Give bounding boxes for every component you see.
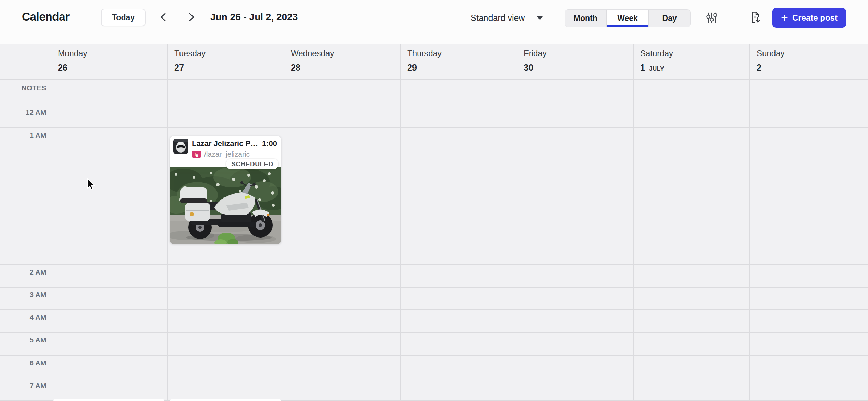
prev-chevron-icon: [157, 10, 171, 24]
calendar-cell-saturday[interactable]: [633, 288, 749, 309]
calendar-cell-tuesday[interactable]: [167, 333, 284, 355]
calendar-cell-tuesday[interactable]: [167, 80, 284, 105]
calendar-cell-tuesday[interactable]: [167, 265, 284, 287]
calendar-cell-friday[interactable]: [517, 288, 633, 309]
calendar-cell-thursday[interactable]: [400, 288, 517, 309]
hour-row-1am: 1 AM: [0, 127, 868, 264]
month-label: JULY: [649, 65, 664, 72]
hour-row-6am: 6 AM: [0, 355, 868, 378]
next-week-button[interactable]: [184, 10, 198, 24]
calendar-cell-monday[interactable]: [51, 288, 167, 309]
calendar-cell-saturday[interactable]: [633, 265, 749, 287]
calendar-cell-wednesday[interactable]: [284, 356, 400, 378]
tab-month[interactable]: Month: [565, 10, 606, 27]
calendar-cell-monday[interactable]: [51, 378, 167, 400]
export-posts-button[interactable]: [747, 9, 763, 26]
calendar-cell-wednesday[interactable]: [284, 80, 400, 105]
view-dropdown[interactable]: Standard view: [471, 13, 543, 23]
calendar-cell-thursday[interactable]: [400, 378, 517, 400]
time-label: 12 AM: [0, 105, 51, 127]
post-time: 1:00: [262, 139, 277, 148]
calendar-cell-monday[interactable]: [51, 105, 167, 127]
calendar-cell-saturday[interactable]: [633, 310, 749, 332]
instagram-icon: Ig: [192, 151, 201, 158]
calendar-cell-tuesday[interactable]: [167, 356, 284, 378]
calendar-cell-friday[interactable]: [517, 310, 633, 332]
calendar-cell-tuesday[interactable]: [167, 105, 284, 127]
day-number: 26: [58, 63, 67, 73]
calendar-cell-sunday[interactable]: [749, 378, 868, 400]
post-handle-row: Ig /lazar_jelizaric: [192, 150, 250, 158]
scheduled-post-card[interactable]: Lazar Jelizaric Pod… 1:00 Ig /lazar_jeli…: [170, 136, 281, 244]
calendar-cell-monday[interactable]: [51, 128, 167, 264]
day-name: Friday: [524, 49, 633, 58]
calendar-cell-friday[interactable]: [517, 80, 633, 105]
calendar-cell-friday[interactable]: [517, 128, 633, 264]
calendar-cell-thursday[interactable]: [400, 128, 517, 264]
chevron-down-icon: [537, 16, 543, 23]
calendar-cell-saturday[interactable]: [633, 356, 749, 378]
prev-week-button[interactable]: [157, 10, 171, 24]
day-number-row: 27: [174, 63, 284, 73]
create-post-button[interactable]: + Create post: [772, 8, 846, 28]
date-range-label: Jun 26 - Jul 2, 2023: [210, 12, 298, 23]
day-header-row: Monday26Tuesday27Wednesday28Thursday29Fr…: [0, 44, 868, 79]
calendar-cell-sunday[interactable]: [749, 80, 868, 105]
calendar-cell-wednesday[interactable]: [284, 378, 400, 400]
calendar-cell-thursday[interactable]: [400, 333, 517, 355]
calendar-cell-sunday[interactable]: [749, 288, 868, 309]
calendar-cell-friday[interactable]: [517, 333, 633, 355]
calendar-cell-friday[interactable]: [517, 378, 633, 400]
calendar-cell-wednesday[interactable]: [284, 310, 400, 332]
view-tabs: MonthWeekDay: [565, 9, 691, 27]
tab-day[interactable]: Day: [648, 10, 690, 27]
calendar-cell-sunday[interactable]: [749, 333, 868, 355]
time-label: 5 AM: [0, 333, 51, 355]
calendar-cell-wednesday[interactable]: [284, 265, 400, 287]
planable-calendar-app: Calendar Today Jun 26 - Jul 2, 2023 Stan…: [0, 0, 868, 401]
calendar-cell-saturday[interactable]: [633, 80, 749, 105]
calendar-cell-sunday[interactable]: [749, 128, 868, 264]
calendar-cell-saturday[interactable]: [633, 333, 749, 355]
calendar-cell-tuesday[interactable]: [167, 378, 284, 400]
calendar-cell-monday[interactable]: [51, 265, 167, 287]
calendar-cell-wednesday[interactable]: [284, 105, 400, 127]
calendar-cell-friday[interactable]: [517, 105, 633, 127]
calendar-cell-thursday[interactable]: [400, 80, 517, 105]
day-name: Thursday: [407, 49, 517, 58]
day-number-row: 30: [524, 63, 633, 73]
calendar-cell-friday[interactable]: [517, 265, 633, 287]
calendar-cell-thursday[interactable]: [400, 105, 517, 127]
time-label: 7 AM: [0, 378, 51, 400]
post-author: Lazar Jelizaric Pod…: [192, 139, 259, 148]
today-button[interactable]: Today: [101, 9, 146, 26]
calendar-cell-sunday[interactable]: [749, 105, 868, 127]
calendar-cell-monday[interactable]: [51, 356, 167, 378]
calendar-cell-wednesday[interactable]: [284, 333, 400, 355]
calendar-cell-sunday[interactable]: [749, 265, 868, 287]
calendar-cell-monday[interactable]: [51, 333, 167, 355]
time-label: 6 AM: [0, 356, 51, 378]
calendar-cell-tuesday[interactable]: [167, 288, 284, 309]
calendar-cell-tuesday[interactable]: [167, 310, 284, 332]
calendar-cell-wednesday[interactable]: [284, 288, 400, 309]
calendar-cell-saturday[interactable]: [633, 105, 749, 127]
calendar-cell-monday[interactable]: [51, 80, 167, 105]
calendar-cell-saturday[interactable]: [633, 128, 749, 264]
calendar-cell-wednesday[interactable]: [284, 128, 400, 264]
calendar-cell-friday[interactable]: [517, 356, 633, 378]
tab-week[interactable]: Week: [606, 10, 648, 27]
calendar-cell-sunday[interactable]: [749, 356, 868, 378]
calendar-cell-thursday[interactable]: [400, 265, 517, 287]
hour-row-12am: 12 AM: [0, 105, 868, 127]
post-image: [170, 167, 281, 244]
filter-sliders-button[interactable]: [704, 10, 720, 26]
calendar-cell-thursday[interactable]: [400, 356, 517, 378]
time-label: 3 AM: [0, 288, 51, 309]
time-label: 4 AM: [0, 310, 51, 332]
calendar-cell-thursday[interactable]: [400, 310, 517, 332]
calendar-cell-saturday[interactable]: [633, 378, 749, 400]
calendar-cell-sunday[interactable]: [749, 310, 868, 332]
status-badge: SCHEDULED: [226, 159, 278, 169]
calendar-cell-monday[interactable]: [51, 310, 167, 332]
